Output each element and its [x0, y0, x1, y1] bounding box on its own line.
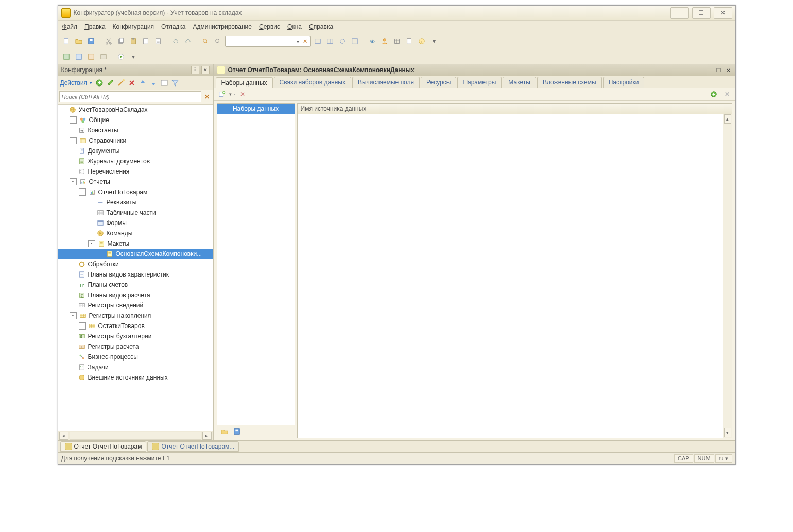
paste-icon[interactable] — [128, 36, 139, 46]
datasets-body[interactable] — [217, 114, 295, 425]
tree-item[interactable]: Табличные части — [58, 208, 213, 218]
tree-item[interactable]: ОсновнаяСхемаКомпоновки... — [58, 249, 213, 259]
tree-item[interactable]: ДтРегистры бухгалтерии — [58, 331, 213, 341]
sort-icon[interactable] — [160, 78, 169, 88]
menu-configuration[interactable]: Конфигурация — [113, 23, 154, 30]
save-icon[interactable] — [86, 36, 96, 46]
tb-icon-2[interactable] — [325, 36, 335, 46]
run-icon[interactable] — [116, 52, 126, 62]
tree-item[interactable]: УчетТоваровНаСкладах — [58, 105, 213, 115]
menu-help[interactable]: Справка — [309, 23, 333, 30]
datasource-grid[interactable]: Имя источника данных ▴ ▾ — [297, 103, 732, 438]
maximize-button[interactable]: ☐ — [692, 7, 711, 19]
tree-search-input[interactable] — [59, 91, 201, 102]
zoom-icon[interactable] — [213, 36, 223, 46]
run-dropdown-icon[interactable]: ▾ — [128, 52, 139, 62]
redo-icon[interactable] — [183, 36, 193, 46]
cut-icon[interactable] — [104, 36, 114, 46]
tree-item[interactable]: +Общие — [58, 115, 213, 125]
clear-search-icon[interactable]: ✕ — [202, 92, 212, 101]
editor-tab[interactable]: Вложенные схемы — [537, 77, 602, 88]
tb2-icon-1[interactable] — [61, 52, 72, 62]
tree-item[interactable]: Регистры сведений — [58, 300, 213, 311]
editor-tab[interactable]: Наборы данных — [216, 77, 273, 88]
new-file-icon[interactable] — [61, 36, 72, 46]
editor-tab[interactable]: Ресурсы — [421, 77, 456, 88]
tree-item[interactable]: Журналы документов — [58, 156, 213, 166]
tree-item[interactable]: Обработки — [58, 259, 213, 269]
tree-item[interactable]: Задачи — [58, 362, 213, 372]
tb-icon-8[interactable] — [404, 36, 415, 46]
tree-item[interactable]: Команды — [58, 228, 213, 238]
add-set-icon[interactable] — [709, 89, 719, 99]
tree-toggle-icon[interactable]: + — [70, 137, 77, 144]
tree-item[interactable]: Реквизиты — [58, 197, 213, 208]
find-icon[interactable] — [200, 36, 211, 46]
pin-icon[interactable]: ⠿ — [191, 66, 199, 74]
menu-service[interactable]: Сервис — [259, 23, 280, 30]
filter-icon[interactable] — [170, 78, 180, 88]
tb-icon-3[interactable] — [337, 36, 348, 46]
editor-tab[interactable]: Настройки — [603, 77, 645, 88]
menu-debug[interactable]: Отладка — [161, 23, 185, 30]
clipboard1-icon[interactable] — [141, 36, 151, 46]
dropdown-icon[interactable]: ▾ — [429, 36, 439, 46]
tree-toggle-icon[interactable]: - — [70, 178, 77, 185]
remove-set-icon[interactable]: ✕ — [722, 89, 732, 99]
tb-icon-1[interactable] — [313, 36, 323, 46]
panel-close-icon[interactable]: ✕ — [201, 66, 210, 74]
tree-item[interactable]: Перечисления — [58, 166, 213, 177]
tree-toggle-icon[interactable]: - — [79, 188, 86, 196]
search-combo[interactable]: ▾✕ — [225, 36, 311, 47]
editor-tab[interactable]: Параметры — [457, 77, 502, 88]
tree-toggle-icon[interactable]: - — [88, 240, 95, 247]
scroll-right-icon[interactable]: ▸ — [202, 432, 212, 440]
configuration-tree[interactable]: УчетТоваровНаСкладах+ОбщиеπКонстанты+Спр… — [58, 104, 213, 431]
tb2-icon-3[interactable] — [86, 52, 96, 62]
tree-toggle-icon[interactable]: + — [79, 322, 86, 330]
delete-icon[interactable] — [127, 78, 136, 88]
editor-tab[interactable]: Связи наборов данных — [274, 77, 351, 88]
tree-item[interactable]: -Отчеты — [58, 177, 213, 187]
tree-item[interactable]: ТгПланы счетов — [58, 280, 213, 290]
menu-administration[interactable]: Администрирование — [193, 23, 252, 30]
close-button[interactable]: ✕ — [714, 7, 732, 19]
tree-item[interactable]: -Регистры накопления — [58, 311, 213, 321]
tb2-icon-2[interactable] — [74, 52, 84, 62]
editor-minimize-icon[interactable]: — — [705, 66, 714, 74]
editor-tab[interactable]: Макеты — [503, 77, 536, 88]
add-icon[interactable] — [95, 78, 104, 88]
tree-toggle-icon[interactable]: - — [70, 312, 77, 319]
tb2-icon-4[interactable] — [98, 52, 109, 62]
tree-item[interactable]: Формы — [58, 218, 213, 228]
tree-item[interactable]: +Справочники — [58, 135, 213, 146]
menu-file[interactable]: Файл — [62, 23, 78, 30]
tree-item[interactable]: Документы — [58, 146, 213, 156]
move-down-icon[interactable] — [149, 78, 158, 88]
tree-hscrollbar[interactable]: ◂ ▸ — [58, 431, 213, 440]
clipboard2-icon[interactable] — [153, 36, 163, 46]
grid-vscrollbar[interactable]: ▴ ▾ — [723, 114, 732, 438]
edit-icon[interactable] — [106, 78, 115, 88]
undo-icon[interactable] — [170, 36, 181, 46]
tree-item[interactable]: Бизнес-процессы — [58, 352, 213, 362]
tree-item[interactable]: Планы видов характеристик — [58, 269, 213, 280]
document-tab[interactable]: Отчет ОтчетПоТоварам... — [147, 441, 239, 452]
tb-icon-6[interactable] — [380, 36, 390, 46]
save-dataset-icon[interactable] — [232, 426, 242, 437]
info-icon[interactable]: i — [417, 36, 427, 46]
tree-item[interactable]: ±Регистры расчета — [58, 341, 213, 352]
tree-toggle-icon[interactable]: + — [70, 116, 77, 124]
actions-dropdown[interactable]: Действия — [60, 79, 88, 87]
document-tab[interactable]: Отчет ОтчетПоТоварам — [60, 441, 147, 452]
tree-item[interactable]: Внешние источники данных — [58, 372, 213, 383]
tb-icon-4[interactable] — [350, 36, 360, 46]
wand-icon[interactable] — [116, 78, 126, 88]
add-dataset-icon[interactable] — [217, 89, 227, 99]
tree-item[interactable]: ∑Планы видов расчета — [58, 290, 213, 300]
tree-item[interactable]: -Макеты — [58, 238, 213, 249]
status-lang[interactable]: ru ▾ — [715, 454, 732, 463]
scroll-down-icon[interactable]: ▾ — [724, 428, 731, 437]
tb-icon-7[interactable] — [392, 36, 402, 46]
open-file-icon[interactable] — [74, 36, 84, 46]
